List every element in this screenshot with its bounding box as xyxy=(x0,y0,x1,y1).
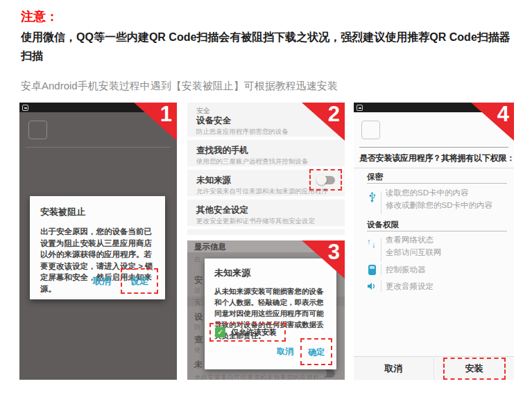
device-permissions-header: 设备权限 xyxy=(367,220,399,230)
checkbox-highlight: ✓ 仅允许该安装 xyxy=(209,323,286,342)
install-question: 是否安装该应用程序？其将拥有以下权限： xyxy=(359,152,514,164)
list-item-title[interactable]: 设备安全 xyxy=(196,115,231,127)
dimmed-text-fragment: 防 xyxy=(194,323,201,332)
divider xyxy=(381,238,381,261)
toggle-highlight xyxy=(309,169,342,191)
screenshot-step3: 显示信息 在 安 设 安 设 防 查 使 未 允许安装来自可信来源和未知来源的应… xyxy=(187,240,345,380)
vibration-icon xyxy=(366,264,378,276)
notice-text: 使用微信，QQ等一些内建QR Code扫描会有被阻挡下载之状况，强烈建议使用推荐… xyxy=(21,28,517,65)
list-item-subtitle: 使用您的三星账户远程查找并控制设备 xyxy=(196,157,309,166)
tutorial-page: 注意： 使用微信，QQ等一些内建QR Code扫描会有被阻挡下载之状况，强烈建议… xyxy=(0,0,532,395)
security-section-label: 安全 xyxy=(196,106,210,116)
unknown-sources-title[interactable]: 未知来源 xyxy=(196,175,231,186)
screenshot-step1: 1 4G 7 安装被阻止 出于安全原因，您的设备当前已设置为阻止安装从三星应用商… xyxy=(19,103,177,380)
install-button[interactable]: 安装 xyxy=(465,363,483,374)
screenshot-step4: 1 4G 7 是否安装该应用程序？其将拥有以下权限： 保密 读取您的SD卡中的内… xyxy=(354,103,514,380)
divider xyxy=(367,231,507,231)
speaker-icon xyxy=(366,281,378,292)
install-button-highlight: 安装 xyxy=(443,358,506,380)
dimmed-text-fragment: 未 xyxy=(194,359,203,371)
ok-button[interactable]: 确定 xyxy=(308,347,325,357)
dimmed-text-fragment: 设 xyxy=(194,311,203,323)
privacy-section-header: 保密 xyxy=(367,172,383,182)
divider xyxy=(381,281,381,292)
notification-icon xyxy=(22,105,28,111)
dialog-title: 安装被阻止 xyxy=(40,206,155,218)
step-number: 3 xyxy=(328,241,340,263)
notification-icon xyxy=(357,105,363,111)
dimmed-text-fragment: 允许安装来自可信来源和未知来源的应用程序 xyxy=(194,374,326,380)
permission-text: 读取您的SD卡中的内容 修改或删除您的SD卡中的内容 xyxy=(386,186,492,211)
check-icon: ✓ xyxy=(217,328,223,337)
dimmed-text-fragment: 设 xyxy=(194,286,201,295)
divider xyxy=(381,191,381,214)
divider xyxy=(187,196,345,200)
divider xyxy=(26,147,171,148)
settings-button-highlight: 设定 xyxy=(121,268,158,294)
dimmed-text-fragment: 在 xyxy=(194,255,201,264)
network-arrows-icon: ↑ ↓ xyxy=(366,238,378,250)
usb-icon xyxy=(366,191,378,203)
screenshot-step2: 安全 设备安全 防止恶意应用程序损害您的设备 查找我的手机 使用您的三星账户远程… xyxy=(187,103,345,235)
list-item-title[interactable]: 查找我的手机 xyxy=(196,145,248,157)
list-item-subtitle: 更改安全更新和证书存储等其他安全设定 xyxy=(196,217,315,226)
app-icon-placeholder xyxy=(361,121,380,139)
step-number: 1 xyxy=(160,103,172,125)
dimmed-text-fragment: 安 xyxy=(194,274,203,286)
divider xyxy=(359,147,508,148)
step-number: 4 xyxy=(497,103,509,125)
unknown-sources-subtitle: 允许安装来自可信来源和未知来源的应用程序 xyxy=(196,187,328,196)
permission-text: 查看网络状态 全部访问互联网 xyxy=(386,234,442,258)
list-item-subtitle: 防止恶意应用程序损害您的设备 xyxy=(196,128,289,137)
tutorial-subtitle: 安卓Android手机安装过程中遇到【安装被阻止】可根据教程迅速安装 xyxy=(21,80,338,93)
divider xyxy=(187,226,345,229)
cancel-button[interactable]: 取消 xyxy=(277,346,293,358)
install-blocked-dialog: 安装被阻止 出于安全原因，您的设备当前已设置为阻止安装从三星应用商店以外的来源获… xyxy=(30,196,165,299)
permission-text: 控制振动器 xyxy=(386,263,426,276)
permission-text: 更改音频设定 xyxy=(386,280,434,292)
divider xyxy=(354,168,514,168)
step-number: 2 xyxy=(328,103,340,125)
list-item-title[interactable]: 其他安全设定 xyxy=(196,204,248,216)
ok-button-highlight: 确定 xyxy=(300,338,332,365)
settings-button[interactable]: 设定 xyxy=(130,276,148,286)
dialog-button-bar: 取消 安装 xyxy=(354,356,514,380)
cancel-button[interactable]: 取消 xyxy=(354,362,434,375)
checkbox-label: 仅允许该安装 xyxy=(231,327,277,337)
dimmed-text-fragment: 查 xyxy=(194,334,203,346)
divider xyxy=(367,183,507,184)
unknown-sources-toggle[interactable] xyxy=(316,175,335,185)
notice-label: 注意： xyxy=(21,8,58,25)
app-icon-placeholder xyxy=(28,121,47,139)
dimmed-toggle xyxy=(316,368,335,378)
divider xyxy=(381,264,381,275)
dimmed-text-fragment: 使 xyxy=(194,346,201,355)
cancel-button[interactable]: 取消 xyxy=(93,275,111,288)
allow-once-checkbox[interactable]: ✓ xyxy=(215,327,225,337)
